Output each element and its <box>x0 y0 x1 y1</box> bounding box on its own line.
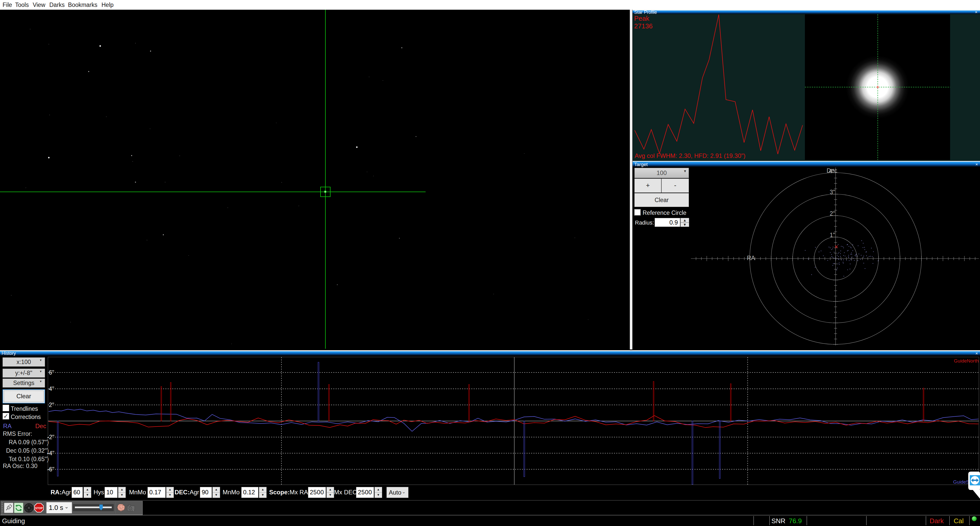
svg-text:STOP: STOP <box>35 507 43 510</box>
